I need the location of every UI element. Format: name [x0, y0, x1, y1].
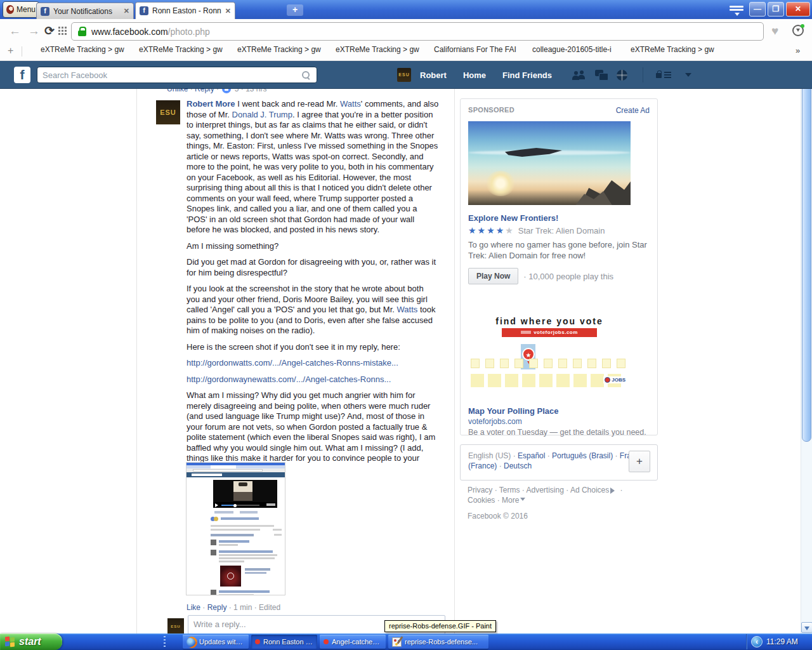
- bookmark-item[interactable]: colleague-201605-title-i: [520, 44, 618, 54]
- copyright: Facebook © 2016: [468, 512, 528, 521]
- footer-link[interactable]: Cookies: [468, 496, 495, 505]
- tab-close-icon[interactable]: ✕: [124, 7, 129, 15]
- comment-action-row: Like · Reply · 1 min · Edited: [187, 603, 280, 612]
- footer-link[interactable]: More: [502, 496, 519, 505]
- bookmark-item[interactable]: eXTReMe Tracking > gw: [225, 44, 323, 54]
- window-restore-button[interactable]: ❐: [768, 2, 784, 17]
- jobs-logo: JOBS: [603, 376, 627, 383]
- footer-link[interactable]: Advertising: [527, 486, 564, 494]
- bookmarks-overflow-icon[interactable]: »: [796, 46, 799, 55]
- address-bar[interactable]: www.facebook.com/photo.php: [71, 22, 764, 41]
- footer-link[interactable]: Terms: [499, 486, 520, 494]
- bookmark-favicon: [421, 44, 431, 54]
- friend-requests-icon[interactable]: [572, 70, 586, 80]
- language-add-button[interactable]: +: [629, 451, 650, 472]
- reply-link[interactable]: Reply: [207, 603, 227, 612]
- comment-link-watts[interactable]: Watts: [397, 305, 418, 314]
- taskbar-button-label: Ronn Easton - Ronn ...: [263, 638, 313, 646]
- apps-grid-icon[interactable]: [58, 27, 67, 35]
- profile-name-link[interactable]: Robert: [420, 70, 447, 80]
- comment-paragraph: http://gordonwaynewatts.com/.../Angel-ca…: [187, 375, 439, 385]
- search-icon[interactable]: [302, 71, 310, 79]
- browser-titlebar: Menu f Your Notifications ✕ f Ronn Easto…: [0, 0, 812, 19]
- browser-nav-toolbar: ← → ⟳ www.facebook.com/photo.php ♥: [0, 19, 812, 43]
- attachment-image[interactable]: [186, 462, 285, 595]
- tab-close-icon[interactable]: ✕: [225, 7, 231, 15]
- ad-title-link[interactable]: Explore New Frontiers!: [468, 213, 650, 223]
- facebook-favicon: f: [41, 7, 49, 16]
- bookmark-item[interactable]: Californians For The FAI: [421, 44, 520, 54]
- bookmarks-add-icon[interactable]: +: [8, 45, 13, 56]
- reload-button[interactable]: ⟳: [44, 23, 55, 38]
- nav-home[interactable]: Home: [463, 70, 486, 80]
- ad-image-star-trek[interactable]: [468, 121, 631, 205]
- new-tab-button[interactable]: +: [287, 4, 303, 16]
- language-link[interactable]: Deutsch: [504, 461, 532, 470]
- create-ad-link[interactable]: Create Ad: [616, 106, 650, 115]
- comment-link-trump[interactable]: Donald J. Trump: [232, 110, 292, 119]
- bookmark-favicon: [323, 44, 332, 54]
- ad-title-link[interactable]: Map Your Polling Place: [468, 406, 650, 416]
- bookmark-favicon: [618, 44, 627, 54]
- quicklaunch-grip[interactable]: [164, 636, 166, 647]
- scrollbar-thumb[interactable]: [802, 74, 811, 442]
- facebook-search-input[interactable]: Search Facebook: [37, 67, 317, 83]
- window-minimize-button[interactable]: —: [749, 2, 766, 17]
- taskbar-button[interactable]: Angel-catches-Ronns...: [320, 635, 386, 649]
- taskbar-button[interactable]: reprise-Robs-defense...: [388, 635, 488, 649]
- bookmark-label: eXTReMe Tracking > gw: [631, 45, 714, 54]
- bookmark-heart-icon[interactable]: ♥: [771, 24, 778, 38]
- bookmark-item[interactable]: eXTReMe Tracking > gw: [126, 44, 225, 54]
- footer-link[interactable]: Ad Choices: [570, 486, 609, 494]
- messages-icon[interactable]: [595, 70, 608, 80]
- taskbar-button[interactable]: Ronn Easton - Ronn ...: [251, 635, 317, 649]
- taskbar-button[interactable]: Updates with Doris M...: [183, 635, 249, 649]
- ad-domain-link[interactable]: voteforjobs.com: [468, 417, 650, 426]
- nav-find-friends[interactable]: Find Friends: [502, 70, 552, 80]
- reply-avatar: ESU: [167, 618, 184, 635]
- sponsored-box: SPONSORED Create Ad Explore New Frontier…: [460, 98, 658, 435]
- comment-url-link[interactable]: http://gordonwaynewatts.com/.../Angel-ca…: [187, 375, 391, 384]
- page-content: Unlike · Reply · 5 · 13 hrs ESU Robert M…: [0, 61, 801, 633]
- scrollbar[interactable]: [801, 61, 812, 633]
- bookmark-label: Californians For The FAI: [434, 45, 516, 54]
- start-button[interactable]: start: [0, 633, 62, 650]
- divider: [22, 46, 22, 56]
- bookmark-item[interactable]: eXTReMe Tracking > gw: [28, 44, 126, 54]
- bookmark-favicon: [28, 44, 37, 54]
- back-button[interactable]: ←: [9, 24, 21, 38]
- commenter-avatar[interactable]: ESU: [156, 100, 180, 124]
- like-link[interactable]: Like: [187, 603, 200, 612]
- bookmark-favicon: [520, 44, 529, 54]
- ssl-lock-icon[interactable]: [78, 27, 86, 37]
- tab-ronn-easton[interactable]: f Ronn Easton - Ronn Easton u ✕: [135, 2, 235, 19]
- tray-chevron-icon[interactable]: ‹: [751, 636, 763, 647]
- comment-timestamp[interactable]: 1 min: [233, 603, 252, 612]
- browser-menu-button[interactable]: Menu: [3, 1, 39, 18]
- tab-your-notifications[interactable]: f Your Notifications ✕: [36, 3, 134, 19]
- downloads-icon[interactable]: [792, 25, 804, 36]
- bookmark-item[interactable]: eXTReMe Tracking > gw: [323, 44, 421, 54]
- language-link[interactable]: Español: [518, 451, 545, 460]
- star-icon: ★: [468, 225, 476, 235]
- comment-paragraph: Robert More I went back and re-read Mr. …: [187, 99, 439, 235]
- bookmark-item[interactable]: eXTReMe Tracking > gw: [618, 44, 716, 54]
- language-link[interactable]: Português (Brasil): [552, 451, 613, 460]
- comment-link-watts[interactable]: Watts: [340, 99, 361, 109]
- scroll-down-button[interactable]: [801, 622, 812, 633]
- window-close-button[interactable]: ✕: [786, 2, 810, 17]
- menu-lines-icon[interactable]: [730, 6, 743, 13]
- comment-url-link[interactable]: http://gordonwatts.com/.../Angel-catches…: [187, 358, 398, 368]
- account-caret-icon[interactable]: [685, 73, 691, 80]
- footer-link[interactable]: Privacy: [468, 486, 492, 494]
- play-now-button[interactable]: Play Now: [468, 268, 518, 284]
- notifications-globe-icon[interactable]: [617, 70, 627, 81]
- forward-button[interactable]: →: [28, 24, 40, 38]
- profile-avatar[interactable]: ESU: [397, 68, 411, 82]
- privacy-shortcuts-icon[interactable]: [656, 70, 671, 79]
- adchoices-icon: [610, 488, 618, 494]
- ad-image-voteforjobs[interactable]: find where you vote voteforjobs.com ★ JO…: [468, 295, 631, 401]
- facebook-logo[interactable]: f: [14, 67, 30, 83]
- star-icon: ★: [487, 225, 495, 235]
- comment-author[interactable]: Robert More: [187, 99, 235, 109]
